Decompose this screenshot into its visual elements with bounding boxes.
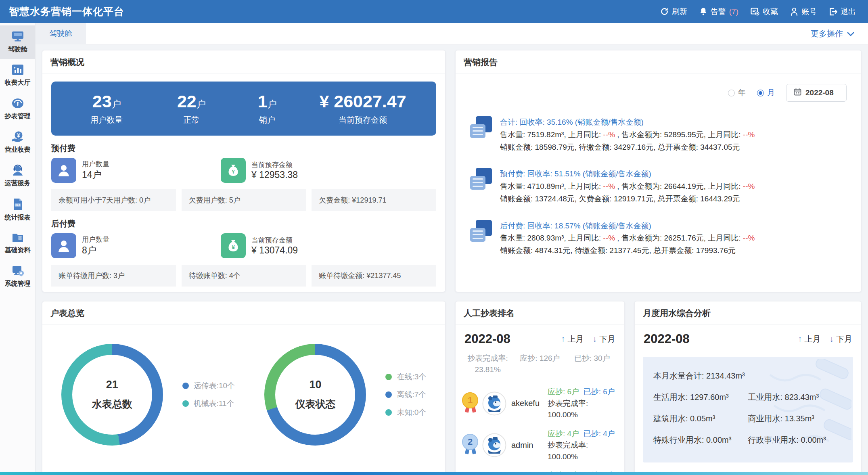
money-bag-icon: ¥ bbox=[221, 233, 246, 258]
postpaid-heading: 后付费 bbox=[51, 218, 436, 229]
done-count: 已抄: 30户 bbox=[567, 353, 617, 375]
app-title: 智慧水务营销一体化平台 bbox=[9, 5, 124, 18]
user-icon bbox=[51, 233, 76, 258]
rank-user-name: admin bbox=[511, 441, 543, 450]
completion-rate: 抄表完成率: 23.81% bbox=[463, 353, 512, 375]
report-line2: 售水量: 7519.82m³, 上月同比: --% , 售水金额为: 52895… bbox=[500, 129, 755, 141]
postpaid-amount-stat: ¥ 当前预存金额¥ 13074.09 bbox=[221, 233, 298, 258]
ranking-row[interactable]: 2 admin 应抄: 4户 已抄: 4户 抄表完成率: 100.00% bbox=[462, 428, 618, 463]
postpaid-stats: 用户数量8户 ¥ 当前预存金额¥ 13074.09 bbox=[42, 233, 445, 258]
card-title-overview: 营销概况 bbox=[42, 50, 445, 73]
card-title-meters: 户表总览 bbox=[42, 301, 445, 324]
headset-person-icon bbox=[11, 164, 24, 176]
card-title-analysis: 月度用水综合分析 bbox=[635, 301, 861, 324]
refresh-icon bbox=[660, 7, 669, 16]
meter-status-legend: 在线:3个 离线:7个 未知:0个 bbox=[385, 372, 426, 418]
legend-dot bbox=[182, 383, 189, 389]
meter-total-donut-group: 21 水表总数 远传表:10个 机械表:11个 bbox=[61, 344, 235, 446]
sidebar-item-billing-hall[interactable]: 收费大厅 bbox=[0, 59, 35, 92]
refresh-button[interactable]: 刷新 bbox=[660, 6, 687, 17]
prepaid-stats: 用户数量14户 ¥ 当前预存金额¥ 12953.38 bbox=[42, 158, 445, 183]
radio-month[interactable]: 月 bbox=[757, 88, 775, 98]
svg-text:XLS: XLS bbox=[15, 203, 20, 206]
arrow-up-icon: ↑ bbox=[561, 334, 565, 344]
ranking-row[interactable]: 3 张三 应抄: 1户 已抄: 1户 抄表完成率: 100.00% bbox=[462, 470, 618, 472]
sidebar-item-system-management[interactable]: 系统管理 bbox=[0, 260, 35, 293]
donut-center-label: 仪表状态 bbox=[295, 398, 335, 411]
next-month-button[interactable]: ↓下月 bbox=[593, 334, 616, 345]
marketing-overview-card: 营销概况 23户 用户数量 22户 正常 1户 销户 bbox=[42, 50, 446, 292]
card-title-report: 营销报告 bbox=[456, 50, 861, 73]
user-icon bbox=[51, 158, 76, 183]
arrow-up-icon: ↑ bbox=[798, 334, 802, 344]
account-button[interactable]: 账号 bbox=[790, 6, 817, 17]
xls-file-icon: XLS bbox=[12, 198, 23, 211]
legend-dot bbox=[385, 391, 392, 398]
banner-user-count: 23户 用户数量 bbox=[63, 92, 150, 126]
more-actions-dropdown[interactable]: 更多操作 bbox=[811, 28, 854, 39]
prev-month-button[interactable]: ↑上月 bbox=[798, 334, 821, 345]
logout-button[interactable]: 退出 bbox=[829, 6, 856, 17]
postpaid-user-stat: 用户数量8户 bbox=[51, 233, 221, 258]
next-month-button[interactable]: ↓下月 bbox=[830, 334, 853, 345]
postpaid-summary-row: 账单待缴用户数: 3户 待缴账单数: 4个 账单待缴金额: ¥21377.45 bbox=[51, 265, 436, 287]
water-domestic: 生活用水: 1297.60m³ bbox=[653, 392, 748, 403]
alarm-button[interactable]: 告警 (7) bbox=[699, 6, 738, 17]
sidebar: 驾驶舱 收费大厅 抄表管理 营业收费 运营服务 XLS 统计报表 基础资料 系统 bbox=[0, 23, 36, 472]
money-bag-icon: ¥ bbox=[221, 158, 246, 183]
sidebar-item-operation-service[interactable]: 运营服务 bbox=[0, 159, 35, 193]
legend-dot bbox=[182, 400, 189, 407]
water-special-industry: 特殊行业用水: 0.00m³ bbox=[653, 435, 748, 446]
favorite-button[interactable]: 收藏 bbox=[751, 6, 778, 17]
account-icon bbox=[790, 7, 798, 16]
svg-text:¥: ¥ bbox=[232, 244, 235, 250]
favorite-icon bbox=[751, 8, 759, 16]
report-headline: 合计: 回收率: 35.16% (销账金额/售水金额) bbox=[500, 116, 755, 129]
sidebar-item-meter-reading[interactable]: 抄表管理 bbox=[0, 92, 35, 126]
banner-prestored-amount: ¥ 26027.47 当前预存金额 bbox=[301, 92, 424, 126]
meter-total-legend: 远传表:10个 机械表:11个 bbox=[182, 381, 235, 409]
ranking-month: 2022-08 bbox=[464, 332, 510, 346]
water-construction: 建筑用水: 0.05m³ bbox=[653, 413, 748, 424]
postpaid-cell-unpaid-users: 账单待缴用户数: 3户 bbox=[51, 265, 176, 287]
report-line2: 售水量: 4710.89m³, 上月同比: --% , 售水金额为: 26644… bbox=[500, 180, 755, 193]
report-doc-icon bbox=[470, 168, 493, 190]
meter-overview-card: 户表总览 21 水表总数 远传表:10个 机械表:11个 bbox=[42, 301, 446, 472]
app-header: 智慧水务营销一体化平台 刷新 告警 (7) 收藏 账号 退出 bbox=[0, 0, 868, 23]
sidebar-item-dashboard[interactable]: 驾驶舱 bbox=[0, 25, 35, 59]
report-block-total: 合计: 回收率: 35.16% (销账金额/售水金额) 售水量: 7519.82… bbox=[456, 116, 861, 153]
avatar bbox=[482, 433, 506, 457]
sidebar-item-statistics-report[interactable]: XLS 统计报表 bbox=[0, 193, 35, 227]
water-industrial: 工业用水: 823.43m³ bbox=[748, 392, 843, 403]
bell-icon bbox=[699, 7, 707, 16]
system-gear-icon bbox=[11, 265, 24, 277]
yuan-hand-icon bbox=[11, 131, 25, 143]
water-administrative: 行政事业用水: 0.00m³ bbox=[748, 435, 843, 446]
postpaid-cell-unpaid-bills: 待缴账单数: 4个 bbox=[182, 265, 306, 287]
arrow-down-icon: ↓ bbox=[830, 334, 834, 344]
folder-icon bbox=[11, 232, 24, 243]
report-headline: 预付费: 回收率: 51.51% (销账金额/售水金额) bbox=[500, 168, 755, 180]
sidebar-item-basic-data[interactable]: 基础资料 bbox=[0, 227, 35, 260]
prev-month-button[interactable]: ↑上月 bbox=[561, 334, 584, 345]
tab-dashboard[interactable]: 驾驶舱 bbox=[36, 23, 86, 44]
report-doc-icon bbox=[470, 220, 493, 243]
gold-medal-icon: 1 bbox=[462, 392, 479, 415]
radio-year[interactable]: 年 bbox=[728, 88, 746, 98]
sidebar-item-business-fees[interactable]: 营业收费 bbox=[0, 126, 35, 159]
meter-status-donut-group: 10 仪表状态 在线:3个 离线:7个 未知:0个 bbox=[264, 344, 426, 446]
alarm-count-badge: (7) bbox=[729, 7, 738, 16]
bottom-edge-bar bbox=[0, 472, 868, 475]
report-block-prepaid: 预付费: 回收率: 51.51% (销账金额/售水金额) 售水量: 4710.8… bbox=[456, 168, 861, 205]
water-total: 本月水量合计: 2134.43m³ bbox=[653, 370, 843, 381]
prepaid-summary-row: 余额可用小于7天用户数: 0户 欠费用户数: 5户 欠费金额: ¥12919.7… bbox=[51, 189, 436, 211]
report-line3: 销账金额: 13724.48元, 欠费金额: 12919.71元, 总开票金额:… bbox=[500, 193, 755, 205]
meter-status-donut-chart: 10 仪表状态 bbox=[264, 344, 366, 446]
svg-text:¥: ¥ bbox=[232, 169, 235, 175]
tab-bar: 驾驶舱 更多操作 bbox=[36, 23, 868, 44]
water-commercial: 商业用水: 13.35m³ bbox=[748, 413, 843, 424]
month-picker[interactable]: 2022-08 bbox=[786, 84, 847, 102]
report-headline: 后付费: 回收率: 18.57% (销账金额/售水金额) bbox=[500, 220, 755, 232]
ranking-row[interactable]: 1 akekefu 应抄: 6户 已抄: 6户 抄表完成率: 100.00% bbox=[462, 386, 618, 421]
silver-medal-icon: 2 bbox=[462, 434, 479, 456]
